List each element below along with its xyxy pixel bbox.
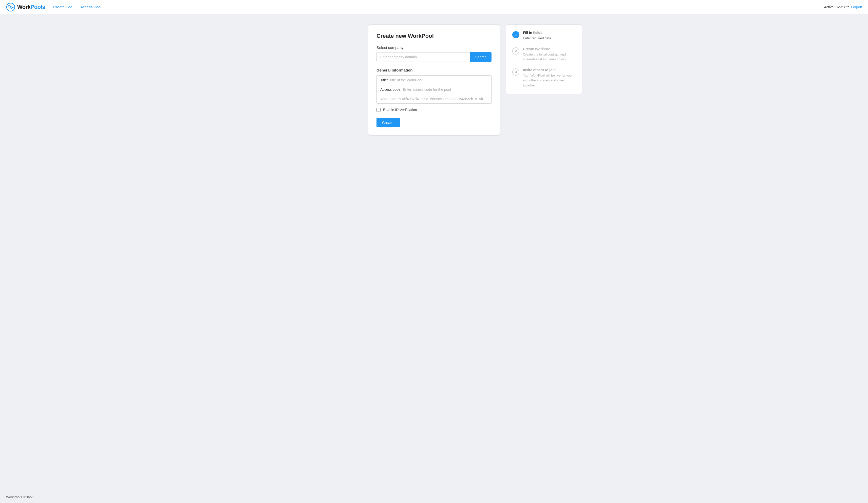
form-title: Create new WorkPool — [376, 33, 492, 39]
address-display: Your address 0xf4982d4ac99d25d89cc8993a8… — [380, 97, 483, 101]
step-item-3: 3 Invite others to join Your WorkPool wi… — [512, 68, 576, 88]
steps-card: 1 Fill in fields Enter required data. 2 … — [506, 24, 582, 94]
step-heading-1: Fill in fields — [523, 31, 576, 35]
step-content-3: Invite others to join Your WorkPool will… — [523, 68, 576, 88]
access-code-field-row: Access code: — [377, 85, 491, 94]
access-pool-link[interactable]: Access Pool — [80, 5, 101, 9]
step-number-1: 1 — [512, 31, 519, 38]
navbar: WorkPools Create Pool Access Pool Active… — [0, 0, 868, 14]
logo-link[interactable]: WorkPools — [6, 2, 45, 12]
step-heading-2: Create WorkPool — [523, 47, 576, 51]
title-input[interactable] — [390, 78, 488, 82]
access-code-input[interactable] — [403, 88, 488, 91]
logout-link[interactable]: Logout — [851, 5, 862, 9]
access-code-label: Access code: — [380, 88, 401, 91]
nav-active-info: Active: 0xf498** Logout — [824, 5, 862, 9]
step-description-1: Enter required data. — [523, 36, 576, 41]
logo-pools: Pools — [31, 4, 45, 10]
checkbox-row: Enable ID Verification — [376, 108, 492, 112]
step-number-3: 3 — [512, 69, 519, 76]
step-number-2: 2 — [512, 48, 519, 54]
step-item-1: 1 Fill in fields Enter required data. — [512, 31, 576, 41]
title-field-label: Title: — [380, 78, 388, 82]
company-domain-input[interactable] — [376, 52, 470, 62]
general-info-label: General information — [376, 68, 492, 72]
field-group: Title: Access code: Your address 0xf4982… — [376, 75, 492, 104]
step-content-1: Fill in fields Enter required data. — [523, 31, 576, 41]
logo-work: Work — [17, 4, 31, 10]
select-company-label: Select company: — [376, 46, 492, 50]
step-item-2: 2 Create WorkPool Create the initial con… — [512, 47, 576, 62]
main-content: Create new WorkPool Select company: Sear… — [282, 14, 586, 491]
footer-text: WorkPools ©2022 - — [6, 495, 35, 499]
active-address: Active: 0xf498** — [824, 5, 849, 9]
create-button[interactable]: Create! — [376, 118, 400, 127]
address-field-row: Your address 0xf4982d4ac99d25d89cc8993a8… — [377, 94, 491, 103]
form-card: Create new WorkPool Select company: Sear… — [368, 24, 500, 135]
enable-id-label[interactable]: Enable ID Verification — [383, 108, 417, 112]
step-content-2: Create WorkPool Create the initial contr… — [523, 47, 576, 62]
enable-id-checkbox[interactable] — [376, 108, 381, 112]
create-pool-link[interactable]: Create Pool — [53, 5, 73, 9]
logo-text: WorkPools — [17, 4, 45, 10]
search-row: Search — [376, 52, 492, 62]
nav-links: Create Pool Access Pool — [53, 5, 101, 9]
footer: WorkPools ©2022 - — [0, 491, 868, 503]
step-heading-3: Invite others to join — [523, 68, 576, 72]
search-button[interactable]: Search — [470, 52, 492, 62]
step-description-3: Your WorkPool will be live for you and o… — [523, 73, 576, 88]
title-field-row: Title: — [377, 76, 491, 85]
logo-icon — [6, 2, 15, 12]
step-description-2: Create the initial contract and shareabl… — [523, 52, 576, 62]
